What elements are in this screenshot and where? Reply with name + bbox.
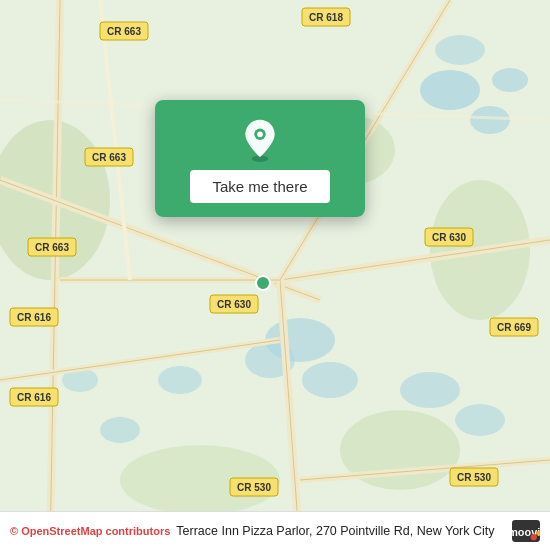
svg-point-2 (470, 106, 510, 134)
map-background: CR 663 CR 663 CR 663 CR 618 CR 616 CR 61… (0, 0, 550, 550)
popup-card: Take me there (155, 100, 365, 217)
svg-point-10 (455, 404, 505, 436)
svg-text:CR 669: CR 669 (497, 322, 531, 333)
osm-copyright: © (10, 525, 18, 537)
svg-text:CR 616: CR 616 (17, 392, 51, 403)
svg-point-4 (435, 35, 485, 65)
svg-point-3 (492, 68, 528, 92)
svg-point-9 (400, 372, 460, 408)
osm-text: OpenStreetMap contributors (21, 525, 170, 537)
moovit-logo: moovit (512, 520, 540, 542)
svg-text:CR 663: CR 663 (92, 152, 126, 163)
bottom-bar: © OpenStreetMap contributors Terrace Inn… (0, 511, 550, 550)
svg-point-61 (257, 131, 263, 137)
svg-text:CR 530: CR 530 (237, 482, 271, 493)
svg-text:CR 663: CR 663 (35, 242, 69, 253)
svg-text:CR 618: CR 618 (309, 12, 343, 23)
take-me-there-button[interactable]: Take me there (190, 170, 329, 203)
svg-point-1 (420, 70, 480, 110)
map-container: CR 663 CR 663 CR 663 CR 618 CR 616 CR 61… (0, 0, 550, 550)
svg-text:CR 630: CR 630 (432, 232, 466, 243)
location-pin-icon (238, 118, 282, 162)
svg-text:CR 616: CR 616 (17, 312, 51, 323)
svg-point-11 (100, 417, 140, 443)
osm-attribution: © OpenStreetMap contributors (10, 525, 170, 537)
svg-text:CR 630: CR 630 (217, 299, 251, 310)
svg-text:CR 530: CR 530 (457, 472, 491, 483)
svg-point-8 (158, 366, 202, 394)
svg-point-64 (531, 534, 537, 540)
svg-point-58 (256, 276, 270, 290)
svg-text:CR 663: CR 663 (107, 26, 141, 37)
popup-green-area: Take me there (155, 100, 365, 217)
address-text: Terrace Inn Pizza Parlor, 270 Pointville… (176, 524, 506, 538)
moovit-icon: moovit (512, 520, 540, 542)
svg-point-7 (302, 362, 358, 398)
